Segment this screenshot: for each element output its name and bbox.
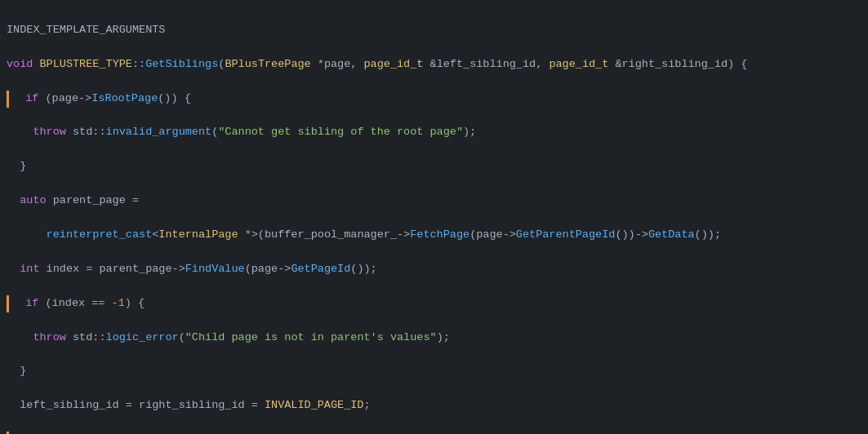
code-block: INDEX_TEMPLATE_ARGUMENTS void BPLUSTREE_…	[0, 0, 868, 434]
line-3: if (page->IsRootPage()) {	[7, 91, 861, 108]
line-11: }	[7, 363, 861, 380]
line-9: if (index == -1) {	[7, 295, 861, 312]
line-8: int index = parent_page->FindValue(page-…	[7, 261, 861, 278]
line-12: left_sibling_id = right_sibling_id = INV…	[7, 397, 861, 414]
line-7: reinterpret_cast<InternalPage *>(buffer_…	[7, 227, 861, 244]
line-6: auto parent_page =	[7, 193, 861, 210]
line-10: throw std::logic_error("Child page is no…	[7, 330, 861, 347]
line-4: throw std::invalid_argument("Cannot get …	[7, 124, 861, 141]
line-5: }	[7, 158, 861, 175]
line-1: INDEX_TEMPLATE_ARGUMENTS	[7, 22, 861, 39]
line-2: void BPLUSTREE_TYPE::GetSiblings(BPlusTr…	[7, 56, 861, 73]
